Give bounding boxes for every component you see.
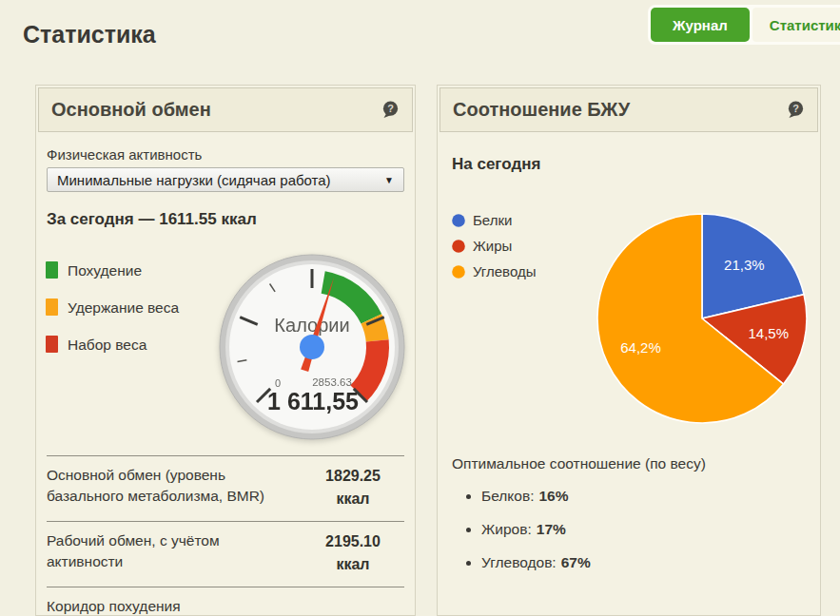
optimal-item-carbs: Углеводов:67% — [481, 553, 820, 572]
gauge-title: Калории — [274, 315, 349, 336]
svg-text:64,2%: 64,2% — [620, 339, 661, 356]
orange-swatch-icon — [46, 298, 59, 317]
activity-select-value: Минимальные нагрузки (сидячая работа) — [57, 172, 384, 188]
basal-metabolism-header: Основной обмен ? — [38, 87, 413, 132]
green-swatch-icon — [46, 261, 59, 279]
pie-block: Белки Жиры Углеводы 21,3%14,5%64,2% — [452, 197, 811, 431]
gauge-max-label: 2853.63 — [312, 376, 352, 388]
working-metabolism-value: 2195.10ккал — [302, 530, 404, 576]
gauge-block: Похудение Удержание веса Набор веса Кало… — [42, 252, 407, 446]
orange-dot-icon — [452, 265, 465, 279]
today-subtitle: На сегодня — [452, 155, 806, 174]
table-row-bmr: Основной обмен (уровень базального метаб… — [47, 455, 404, 521]
red-swatch-icon — [46, 336, 59, 354]
bmr-value: 1829.25ккал — [302, 465, 404, 510]
help-button[interactable]: ? — [787, 101, 805, 119]
help-button[interactable]: ? — [381, 101, 400, 119]
chevron-down-icon: ▼ — [384, 175, 394, 185]
bju-pie-chart: 21,3%14,5%64,2% — [594, 197, 811, 431]
pie-legend: Белки Жиры Углеводы — [452, 197, 585, 431]
optimal-item-proteins: Белков:16% — [481, 487, 820, 506]
svg-text:?: ? — [387, 103, 394, 114]
legend-item-fats: Жиры — [452, 238, 585, 254]
bju-ratio-panel: Соотношение БЖУ ? На сегодня Белки Жиры … — [437, 85, 821, 616]
metabolism-table: Основной обмен (уровень базального метаб… — [47, 455, 404, 616]
optimal-ratio-title: Оптимальное соотношение (по весу) — [452, 455, 806, 472]
blue-dot-icon — [452, 214, 465, 227]
question-bubble-icon: ? — [381, 101, 400, 119]
svg-text:14,5%: 14,5% — [748, 325, 789, 341]
bju-ratio-header: Соотношение БЖУ ? — [440, 87, 818, 132]
bju-ratio-title: Соотношение БЖУ — [453, 99, 787, 121]
legend-item-weight-gain: Набор веса — [46, 336, 202, 354]
optimal-ratio-list: Белков:16% Жиров:17% Углеводов:67% — [438, 487, 820, 572]
basal-metabolism-panel: Основной обмен ? Физическая активность М… — [35, 85, 416, 616]
activity-select[interactable]: Минимальные нагрузки (сидячая работа) ▼ — [47, 167, 404, 192]
legend-item-proteins: Белки — [452, 212, 585, 228]
svg-text:21,3%: 21,3% — [724, 257, 765, 273]
calories-gauge-chart: Калории 0 2853.63 1 611,55 — [217, 252, 407, 442]
gauge-legend: Похудение Удержание веса Набор веса — [42, 252, 202, 446]
legend-item-weight-loss: Похудение — [46, 261, 202, 279]
table-row-weight-loss-corridor: Коридор похудения — [47, 587, 404, 616]
basal-metabolism-title: Основной обмен — [51, 99, 381, 121]
question-bubble-icon: ? — [787, 101, 805, 119]
optimal-item-fats: Жиров:17% — [481, 520, 820, 539]
svg-text:?: ? — [792, 103, 799, 114]
today-calories-line: За сегодня — 1611.55 ккал — [47, 210, 404, 229]
red-dot-icon — [452, 240, 465, 253]
tab-statistics[interactable]: Статистика — [752, 8, 840, 42]
tab-journal[interactable]: Журнал — [651, 8, 750, 42]
activity-label: Физическая активность — [47, 146, 404, 163]
legend-item-weight-keep: Удержание веса — [46, 298, 202, 317]
gauge-value: 1 611,55 — [267, 388, 359, 414]
calories-gauge: Калории 0 2853.63 1 611,55 — [217, 252, 407, 446]
view-switcher: Журнал Статистика — [648, 5, 840, 45]
legend-item-carbs: Углеводы — [452, 263, 585, 279]
page-title: Статистика — [23, 21, 156, 48]
table-row-working-metabolism: Рабочий обмен, с учётом активности 2195.… — [47, 521, 404, 587]
